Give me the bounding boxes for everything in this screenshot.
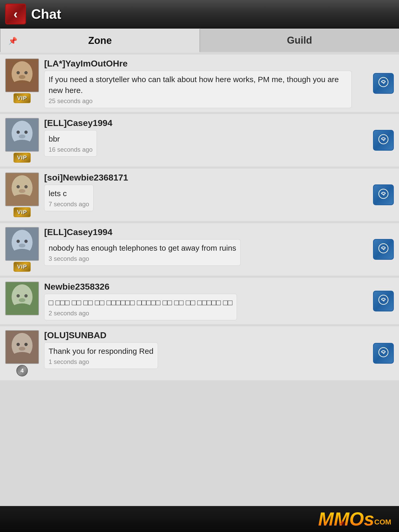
- chat-time-3: 7 seconds ago: [49, 201, 89, 208]
- reply-icon-6: [378, 347, 389, 360]
- vip-badge-3: VIP: [14, 207, 31, 217]
- avatar-6: [5, 330, 39, 364]
- svg-point-20: [379, 189, 388, 198]
- chat-message-3: VIP[soi]Newbie2368171lets c7 seconds ago: [0, 169, 399, 221]
- chat-time-4: 3 seconds ago: [49, 255, 236, 262]
- chat-content-3: [soi]Newbie2368171lets c7 seconds ago: [44, 172, 368, 211]
- avatar-3: [5, 172, 39, 206]
- avatar-4: [5, 227, 39, 261]
- vip-badge-1: VIP: [14, 93, 31, 103]
- chat-message-6: 4[OLU]SUNBADThank you for responding Red…: [0, 326, 399, 380]
- chat-bubble-6: Thank you for responding Red1 seconds ag…: [44, 342, 158, 369]
- vip-badge-4: VIP: [14, 262, 31, 272]
- avatar-wrap-5: [5, 282, 39, 315]
- chat-content-1: [LA*]YayImOutOHreIf you need a storytell…: [44, 58, 368, 108]
- tab-bar: 📌 Zone Guild: [0, 29, 399, 52]
- chat-username-2: [ELL]Casey1994: [44, 118, 368, 128]
- svg-point-18: [24, 185, 28, 189]
- svg-point-5: [19, 75, 25, 79]
- svg-point-41: [379, 348, 388, 357]
- chat-list: VIP[LA*]YayImOutOHreIf you need a storyt…: [0, 52, 399, 506]
- svg-point-26: [19, 244, 25, 248]
- pin-icon: 📌: [8, 36, 17, 45]
- svg-point-17: [17, 185, 20, 189]
- svg-point-27: [379, 244, 388, 253]
- avatar-wrap-6: 4: [5, 330, 39, 376]
- chat-text-3: lets c: [49, 188, 89, 199]
- reply-button-3[interactable]: [373, 184, 394, 205]
- svg-point-3: [17, 71, 20, 75]
- avatar-5: [5, 282, 39, 315]
- footer: ✦ MMOs COM: [0, 506, 399, 532]
- svg-point-34: [379, 295, 388, 304]
- avatar-2: [5, 118, 39, 152]
- chat-message-2: VIP[ELL]Casey1994bbr16 seconds ago: [0, 114, 399, 167]
- chat-message-1: VIP[LA*]YayImOutOHreIf you need a storyt…: [0, 55, 399, 112]
- chat-bubble-3: lets c7 seconds ago: [44, 185, 94, 211]
- chat-time-6: 1 seconds ago: [49, 358, 154, 365]
- reply-icon-4: [378, 243, 389, 256]
- chat-text-2: bbr: [49, 134, 92, 144]
- mmos-logo: MMOs COM: [318, 510, 391, 528]
- chat-content-4: [ELL]Casey1994nobody has enough telephon…: [44, 227, 368, 266]
- chat-content-6: [OLU]SUNBADThank you for responding Red1…: [44, 330, 368, 369]
- page-title: Chat: [31, 6, 61, 22]
- chat-bubble-1: If you need a storyteller who can talk a…: [44, 71, 352, 108]
- svg-point-31: [17, 294, 20, 298]
- chat-time-1: 25 seconds ago: [49, 97, 347, 105]
- header: ‹ Chat: [0, 0, 399, 29]
- svg-point-10: [17, 131, 20, 134]
- chat-bubble-2: bbr16 seconds ago: [44, 130, 97, 157]
- reply-button-2[interactable]: [373, 130, 394, 151]
- avatar-wrap-3: VIP: [5, 172, 39, 217]
- svg-point-11: [24, 131, 28, 134]
- tab-zone[interactable]: 📌 Zone: [0, 29, 200, 52]
- svg-point-6: [379, 77, 388, 87]
- chat-time-2: 16 seconds ago: [49, 146, 92, 153]
- reply-button-4[interactable]: [373, 239, 394, 260]
- svg-point-32: [24, 294, 28, 298]
- chat-username-3: [soi]Newbie2368171: [44, 172, 368, 183]
- reply-button-6[interactable]: [373, 343, 394, 364]
- chat-content-5: Newbie2358326□ □□□ □□ □□ □□ □□□□□□ □□□□□…: [44, 282, 368, 320]
- avatar-wrap-1: VIP: [5, 58, 39, 103]
- svg-point-25: [24, 240, 28, 243]
- chat-content-2: [ELL]Casey1994bbr16 seconds ago: [44, 118, 368, 157]
- reply-icon-3: [378, 189, 389, 201]
- svg-point-40: [19, 347, 25, 351]
- svg-point-4: [24, 71, 28, 75]
- avatar-wrap-4: VIP: [5, 227, 39, 272]
- chat-message-4: VIP[ELL]Casey1994nobody has enough telep…: [0, 223, 399, 276]
- reply-icon-1: [378, 77, 389, 90]
- chat-username-6: [OLU]SUNBAD: [44, 330, 368, 340]
- reply-icon-5: [378, 295, 389, 307]
- back-icon: ‹: [14, 8, 18, 20]
- chat-username-5: Newbie2358326: [44, 282, 368, 292]
- tab-guild[interactable]: Guild: [200, 29, 399, 52]
- reply-icon-2: [378, 134, 389, 147]
- chat-message-5: Newbie2358326□ □□□ □□ □□ □□ □□□□□□ □□□□□…: [0, 278, 399, 324]
- svg-point-19: [19, 189, 25, 193]
- chat-time-5: 2 seconds ago: [49, 310, 232, 317]
- chat-username-1: [LA*]YayImOutOHre: [44, 58, 368, 69]
- svg-point-12: [19, 135, 25, 138]
- avatar-wrap-2: VIP: [5, 118, 39, 163]
- chat-text-1: If you need a storyteller who can talk a…: [49, 74, 347, 96]
- svg-point-39: [24, 343, 28, 346]
- chat-text-5: □ □□□ □□ □□ □□ □□□□□□ □□□□□ □□ □□ □□ □□□…: [49, 297, 232, 308]
- svg-point-24: [17, 240, 20, 243]
- chat-username-4: [ELL]Casey1994: [44, 227, 368, 237]
- mmos-logo-com: COM: [374, 518, 391, 526]
- svg-point-13: [379, 135, 388, 144]
- chat-bubble-5: □ □□□ □□ □□ □□ □□□□□□ □□□□□ □□ □□ □□ □□□…: [44, 294, 237, 320]
- reply-button-1[interactable]: [373, 73, 394, 94]
- vip-badge-2: VIP: [14, 153, 31, 163]
- reply-button-5[interactable]: [373, 291, 394, 311]
- avatar-1: [5, 58, 39, 92]
- tab-zone-label: Zone: [88, 35, 112, 46]
- tab-guild-label: Guild: [287, 35, 312, 46]
- svg-point-38: [17, 343, 20, 346]
- back-button[interactable]: ‹: [5, 4, 26, 24]
- svg-point-33: [19, 298, 25, 302]
- chat-text-4: nobody has enough telephones to get away…: [49, 243, 236, 254]
